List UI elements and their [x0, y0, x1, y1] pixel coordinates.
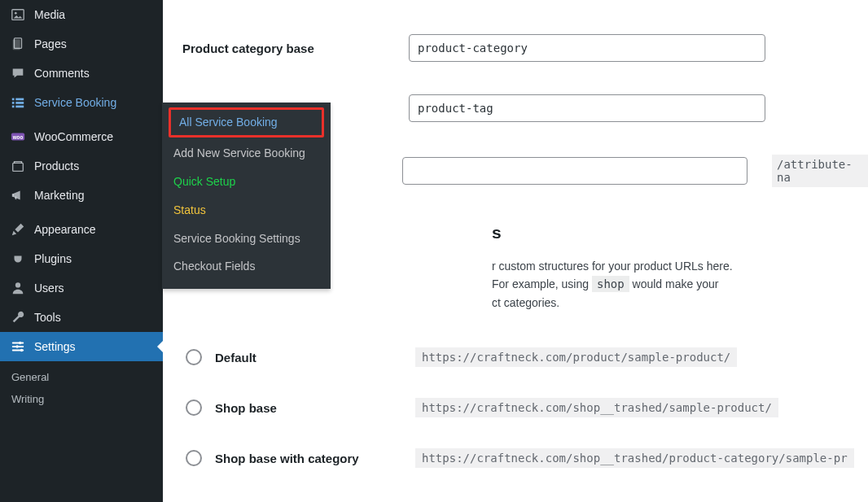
desc-text-2: would make your [633, 277, 719, 290]
url-preview-shop-base: https://craftneck.com/shop__trashed/samp… [415, 398, 778, 417]
svg-point-1 [15, 12, 17, 15]
option-label-shop-base: Shop base [215, 401, 402, 415]
sidebar-item-label: Settings [34, 340, 76, 354]
sidebar-item-label: WooCommerce [34, 130, 113, 144]
settings-sub-writing[interactable]: Writing [0, 388, 163, 410]
sliders-icon [8, 339, 28, 354]
sidebar-item-label: Appearance [34, 223, 96, 237]
svg-rect-13 [12, 194, 14, 197]
plug-icon [8, 251, 28, 266]
svg-rect-3 [13, 40, 20, 50]
svg-rect-8 [12, 106, 15, 108]
code-shop: shop [592, 276, 629, 292]
sidebar-item-service-booking[interactable]: Service Booking [0, 88, 163, 117]
permalink-option-shop-base-category: Shop base with category https://craftnec… [182, 448, 868, 468]
brush-icon [8, 222, 28, 237]
sidebar-item-label: Service Booking [34, 96, 116, 110]
flyout-quick-setup[interactable]: Quick Setup [162, 168, 331, 196]
url-preview-shop-base-category: https://craftneck.com/shop__trashed/prod… [415, 448, 854, 468]
input-category-base[interactable] [409, 34, 765, 62]
sidebar-item-comments[interactable]: Comments [0, 59, 163, 88]
svg-rect-12 [13, 163, 24, 171]
svg-text:woo: woo [12, 134, 24, 140]
products-icon [8, 159, 28, 173]
sidebar-item-users[interactable]: Users [0, 273, 163, 303]
sidebar-item-appearance[interactable]: Appearance [0, 215, 163, 244]
wrench-icon [8, 310, 28, 325]
media-icon [8, 7, 28, 22]
list-icon [8, 95, 28, 110]
option-label-shop-base-category: Shop base with category [215, 452, 402, 465]
megaphone-icon [8, 188, 28, 203]
sidebar-item-label: Tools [34, 311, 61, 325]
svg-point-14 [15, 282, 20, 287]
sidebar-item-label: Marketing [34, 189, 84, 203]
sidebar-item-tools[interactable]: Tools [0, 303, 163, 332]
radio-shop-base[interactable] [186, 399, 202, 416]
service-booking-flyout: All Service Booking Add New Service Book… [162, 103, 331, 289]
svg-rect-6 [12, 102, 15, 104]
svg-rect-9 [15, 106, 24, 108]
admin-sidebar: Media Pages Comments Service Booking woo [0, 0, 163, 502]
settings-submenu: General Writing [0, 361, 163, 418]
sidebar-item-media[interactable]: Media [0, 0, 163, 29]
url-preview-default: https://craftneck.com/product/sample-pro… [415, 347, 737, 367]
sidebar-item-label: Media [34, 8, 65, 22]
sidebar-item-pages[interactable]: Pages [0, 29, 163, 59]
user-icon [8, 281, 28, 295]
sidebar-item-marketing[interactable]: Marketing [0, 181, 163, 210]
svg-rect-5 [15, 98, 24, 101]
flyout-status[interactable]: Status [162, 196, 331, 225]
active-arrow [151, 340, 164, 353]
sidebar-item-label: Products [34, 159, 79, 173]
sidebar-item-woocommerce[interactable]: woo WooCommerce [0, 122, 163, 151]
sidebar-item-label: Users [34, 282, 64, 295]
svg-rect-4 [12, 98, 15, 101]
comments-icon [8, 66, 28, 81]
option-label-default: Default [215, 351, 402, 364]
sidebar-item-label: Comments [34, 67, 90, 81]
input-tag-base[interactable] [409, 94, 765, 122]
sidebar-item-products[interactable]: Products [0, 151, 163, 181]
radio-shop-base-category[interactable] [186, 450, 202, 466]
sidebar-item-label: Pages [34, 37, 67, 51]
sidebar-item-settings[interactable]: Settings [0, 332, 163, 361]
desc-text-3: ct categories. [492, 296, 559, 309]
attribute-suffix-preview: /attribute-na [772, 155, 868, 187]
sidebar-item-label: Plugins [34, 252, 72, 266]
svg-point-17 [20, 349, 24, 352]
input-attribute-base[interactable] [402, 157, 747, 185]
svg-point-15 [19, 342, 22, 345]
flyout-checkout-fields[interactable]: Checkout Fields [162, 252, 331, 281]
pages-icon [8, 37, 28, 51]
permalink-options: Default https://craftneck.com/product/sa… [182, 347, 868, 468]
sidebar-item-plugins[interactable]: Plugins [0, 244, 163, 273]
flyout-add-new-service-booking[interactable]: Add New Service Booking [162, 139, 331, 168]
settings-sub-general[interactable]: General [0, 366, 163, 388]
permalink-option-default: Default https://craftneck.com/product/sa… [182, 347, 868, 367]
row-product-category-base: Product category base [182, 34, 868, 62]
flyout-service-booking-settings[interactable]: Service Booking Settings [162, 225, 331, 253]
svg-point-16 [15, 345, 19, 348]
radio-default[interactable] [186, 349, 202, 365]
flyout-all-service-booking[interactable]: All Service Booking [169, 107, 324, 138]
label-category-base: Product category base [182, 41, 389, 55]
svg-rect-7 [15, 102, 24, 104]
permalink-option-shop-base: Shop base https://craftneck.com/shop__tr… [182, 398, 868, 417]
woocommerce-icon: woo [8, 129, 28, 144]
